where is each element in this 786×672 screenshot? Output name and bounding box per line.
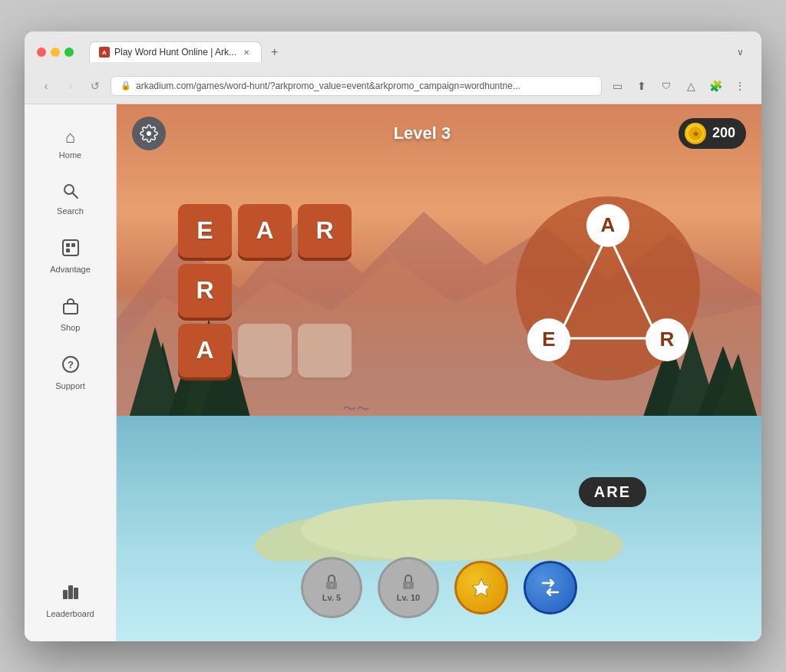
svg-text:?: ? [68,359,74,371]
svg-rect-9 [68,585,73,599]
tile-A2[interactable]: A [178,324,232,377]
sidebar-item-support[interactable]: ? Support [36,348,105,398]
minimize-button[interactable] [51,48,60,57]
advantage-icon [61,239,80,262]
svg-rect-3 [66,243,70,247]
svg-text:★: ★ [692,130,699,138]
sidebar-item-search[interactable]: Search [36,175,105,223]
shuffle-powerup-button[interactable] [523,561,577,614]
menu-icon[interactable]: ⋮ [731,77,749,95]
back-button[interactable]: ‹ [37,77,55,95]
forward-button[interactable]: › [61,77,80,95]
locked-level-1-label: Lv. 5 [322,593,341,602]
reload-button[interactable]: ↺ [86,77,104,95]
shop-icon [61,297,80,320]
tab-bar: A Play Word Hunt Online | Ark... ✕ + [89,41,725,64]
letter-wheel[interactable]: A E R [516,196,700,380]
game-area: 〜〜 Level 3 ★ [117,104,761,641]
sidebar-item-home[interactable]: ⌂ Home [36,120,105,167]
coins-display: ★ 200 [679,118,746,149]
svg-point-28 [301,499,577,561]
locked-level-2-label: Lv. 10 [397,593,420,602]
locked-powerup-2: Lv. 10 [378,557,439,618]
tile-row-3: A [178,324,352,377]
tile-R[interactable]: R [298,204,352,258]
tab-close-button[interactable]: ✕ [241,47,252,58]
svg-line-33 [608,233,658,338]
tile-A[interactable]: A [238,204,292,258]
svg-point-38 [408,584,410,586]
wheel-letter-E[interactable]: E [527,318,570,361]
tab-title: Play Word Hunt Online | Ark... [114,47,236,58]
search-icon [62,183,79,203]
support-label: Support [55,381,85,390]
toolbar-icons: ▭ ⬆ 🛡 △ 🧩 ⋮ [608,77,749,95]
sidebar-item-advantage[interactable]: Advantage [36,231,105,282]
support-icon: ? [61,355,80,378]
svg-rect-2 [63,240,78,255]
wheel-background: A E R [516,196,700,380]
svg-rect-11 [74,588,78,599]
home-label: Home [59,150,81,160]
tile-R2[interactable]: R [178,264,232,318]
svg-rect-5 [66,249,70,252]
wheel-letter-A[interactable]: A [586,204,629,247]
content-area: ⌂ Home Search [25,104,761,641]
tile-row-1: E A R [178,204,352,258]
tile-empty-1 [238,324,292,377]
svg-line-1 [72,193,78,198]
close-button[interactable] [37,48,46,57]
shield-icon[interactable]: 🛡 [657,77,675,95]
traffic-lights [37,48,74,57]
birds-decoration: 〜〜 [342,400,370,418]
chevron-down-icon[interactable]: ∨ [731,43,749,61]
locked-powerup-1: Lv. 5 [301,557,362,618]
svg-line-32 [558,233,608,338]
star-powerup-button[interactable] [454,561,508,614]
bottom-powerups: Lv. 5 Lv. 10 [117,557,761,618]
word-tiles-area: E A R R A [178,204,352,377]
address-bar[interactable]: 🔒 arkadium.com/games/word-hunt/?arkpromo… [111,76,602,96]
tile-E[interactable]: E [178,204,232,258]
active-tab[interactable]: A Play Word Hunt Online | Ark... ✕ [89,41,262,62]
home-icon: ⌂ [65,127,75,147]
advantage-label: Advantage [50,265,91,274]
settings-button[interactable] [132,117,166,150]
level-display: Level 3 [394,124,451,143]
svg-rect-6 [64,304,78,314]
fullscreen-button[interactable] [64,48,74,57]
wheel-letter-R[interactable]: R [646,318,689,361]
svg-marker-39 [472,578,490,597]
cast-icon[interactable]: ▭ [608,77,626,95]
sidebar-item-shop[interactable]: Shop [36,289,105,340]
tile-row-2: R [178,264,352,318]
shop-label: Shop [61,323,81,332]
title-bar: A Play Word Hunt Online | Ark... ✕ + ∨ ‹… [25,31,761,104]
svg-rect-10 [63,590,68,599]
coin-count: 200 [712,125,735,141]
tile-empty-2 [298,324,352,377]
svg-rect-4 [71,243,75,247]
browser-window: A Play Word Hunt Online | Ark... ✕ + ∨ ‹… [25,31,761,641]
new-tab-button[interactable]: + [265,41,284,64]
share-icon[interactable]: ⬆ [632,77,651,95]
extensions-icon[interactable]: 🧩 [706,77,725,95]
search-label: Search [57,206,84,216]
url-text: arkadium.com/games/word-hunt/?arkpromo_v… [136,81,520,91]
svg-point-36 [331,584,333,586]
sidebar-item-leaderboard[interactable]: Leaderboard [36,575,105,626]
leaderboard-label: Leaderboard [46,609,94,618]
current-word-display: ARE [579,477,646,507]
game-header: Level 3 ★ 200 [117,117,761,150]
sidebar: ⌂ Home Search [25,104,117,641]
tab-favicon: A [99,47,110,58]
leaderboard-icon [61,583,80,606]
alert-icon[interactable]: △ [682,77,700,95]
coin-icon: ★ [685,123,706,144]
